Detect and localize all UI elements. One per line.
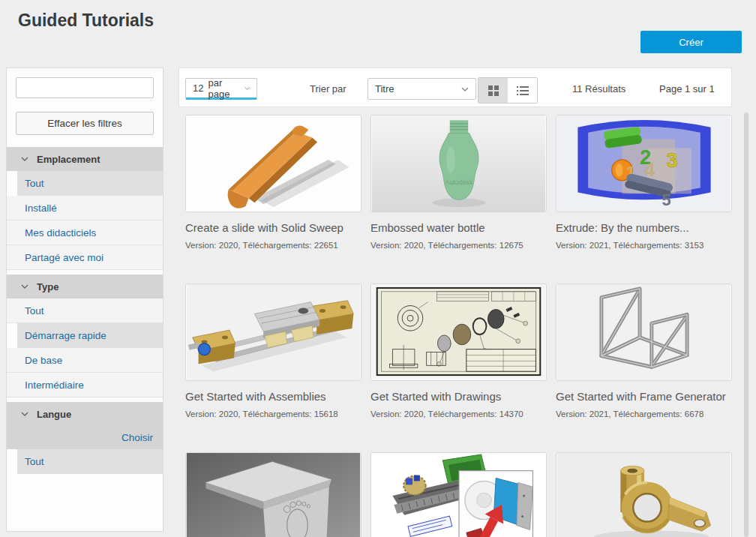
sidebar-item-type-de-base[interactable]: De base	[7, 348, 163, 373]
section-label: Emplacement	[37, 154, 100, 165]
grid-view-button[interactable]	[478, 78, 508, 103]
tutorial-card-printer-exploded[interactable]	[370, 452, 547, 537]
frame-structure-thumbnail[interactable]	[556, 284, 732, 381]
clear-filters-button[interactable]: Effacer les filtres	[16, 112, 154, 135]
list-view-button[interactable]	[508, 78, 537, 103]
card-meta: Version: 2020, Téléchargements: 12675	[370, 241, 547, 250]
sidebar-item-emplacement-mes-didacticiels[interactable]: Mes didacticiels	[7, 220, 163, 245]
chevron-down-icon	[244, 86, 250, 91]
chevron-down-icon	[461, 87, 469, 92]
tutorial-card-assemblies[interactable]: Get Started with Assemblies Version: 202…	[185, 284, 362, 418]
digit-3: 3	[667, 148, 678, 172]
card-title: Embossed water bottle	[370, 221, 547, 234]
chevron-down-icon	[21, 412, 28, 416]
section-type: Type Tout Démarrage rapide De base Inter…	[7, 274, 163, 398]
extrude-numbers-thumbnail[interactable]: 2 3 4 1 5	[556, 115, 732, 212]
digit-5: 5	[662, 190, 671, 209]
results-count: 11 Résultats	[572, 83, 626, 94]
card-title: Create a slide with Solid Sweep	[185, 221, 362, 234]
section-header-type[interactable]: Type	[7, 274, 163, 298]
sidebar-item-type-intermediaire[interactable]: Intermédiaire	[7, 373, 163, 398]
view-mode-toggle	[478, 77, 538, 104]
tutorial-card-bottle[interactable]: Autodesk Embossed water bottle Version: …	[370, 115, 547, 250]
chevron-down-icon	[21, 157, 28, 161]
search-input[interactable]	[25, 80, 157, 96]
chevron-down-icon	[21, 284, 28, 289]
card-title: Get Started with Frame Generator	[556, 390, 732, 403]
create-button[interactable]: Créer	[640, 31, 742, 53]
drawing-sheet-thumbnail[interactable]	[370, 284, 547, 381]
bottle-embossed-text: Autodesk	[446, 178, 474, 186]
tutorial-card-grid: Create a slide with Solid Sweep Version:…	[178, 115, 744, 537]
section-header-langue[interactable]: Langue	[7, 402, 163, 426]
tutorial-card-frame-generator[interactable]: Get Started with Frame Generator Version…	[556, 284, 732, 418]
section-langue: Langue Choisir Tout	[7, 402, 163, 474]
vertical-scrollbar-thumb[interactable]	[744, 112, 748, 537]
pagination-status: Page 1 sur 1	[659, 83, 715, 94]
section-label: Type	[37, 281, 58, 292]
card-meta: Version: 2020, Téléchargements: 14370	[370, 410, 547, 418]
card-title: Get Started with Drawings	[370, 390, 547, 403]
page-title: Guided Tutorials	[18, 10, 154, 31]
section-emplacement: Emplacement Tout Installé Mes didacticie…	[7, 147, 163, 270]
per-page-select[interactable]: 12 par page	[185, 78, 257, 100]
slide-thumbnail[interactable]	[185, 115, 362, 212]
printer-exploded-thumbnail[interactable]	[370, 452, 547, 537]
sheet-metal-thumbnail[interactable]	[185, 452, 362, 537]
card-meta: Version: 2021, Téléchargements: 3153	[556, 241, 732, 250]
per-page-label: par page	[208, 77, 235, 100]
sort-value: Titre	[375, 83, 394, 94]
sort-select[interactable]: Titre	[368, 78, 476, 100]
search-box	[16, 77, 154, 98]
section-label: Langue	[37, 409, 71, 420]
tutorial-card-drawings[interactable]: Get Started with Drawings Version: 2020,…	[370, 284, 547, 418]
tutorial-card-brass-part[interactable]	[556, 452, 732, 537]
card-title: Get Started with Assemblies	[185, 390, 362, 403]
water-bottle-thumbnail[interactable]: Autodesk	[370, 115, 547, 212]
tutorial-card-slide[interactable]: Create a slide with Solid Sweep Version:…	[185, 115, 362, 250]
sidebar-item-type-tout[interactable]: Tout	[7, 298, 163, 323]
filter-sections: Emplacement Tout Installé Mes didacticie…	[7, 147, 163, 478]
grid-view-icon	[488, 86, 499, 96]
sidebar-item-emplacement-installe[interactable]: Installé	[7, 196, 163, 220]
brass-part-thumbnail[interactable]	[556, 452, 732, 537]
sidebar-item-emplacement-partage-avec-moi[interactable]: Partagé avec moi	[7, 245, 163, 270]
section-header-emplacement[interactable]: Emplacement	[7, 147, 163, 171]
sort-by-label: Trier par	[310, 83, 346, 94]
sidebar-item-langue-tout[interactable]: Tout	[17, 449, 163, 474]
filter-sidebar: Effacer les filtres Emplacement Tout Ins…	[6, 68, 164, 532]
card-meta: Version: 2020, Téléchargements: 15618	[185, 410, 362, 418]
sidebar-item-emplacement-tout[interactable]: Tout	[17, 171, 163, 196]
tutorial-card-sheet-metal[interactable]	[185, 452, 362, 537]
linear-slide-thumbnail[interactable]	[185, 284, 362, 381]
card-title: Extrude: By the numbers...	[556, 221, 732, 234]
langue-choose-link[interactable]: Choisir	[7, 426, 163, 449]
card-meta: Version: 2021, Téléchargements: 6678	[556, 410, 732, 418]
per-page-value: 12	[193, 82, 203, 94]
card-meta: Version: 2020, Téléchargements: 22651	[185, 241, 362, 250]
list-view-icon	[517, 86, 529, 95]
tutorial-card-extrude-numbers[interactable]: 2 3 4 1 5 Extrude: By the numbers... Ver…	[556, 115, 732, 250]
digit-4: 4	[644, 159, 656, 180]
results-toolbar: 12 par page Trier par Titre 11 Résultats…	[178, 68, 732, 107]
sidebar-item-type-demarrage-rapide[interactable]: Démarrage rapide	[17, 323, 163, 348]
